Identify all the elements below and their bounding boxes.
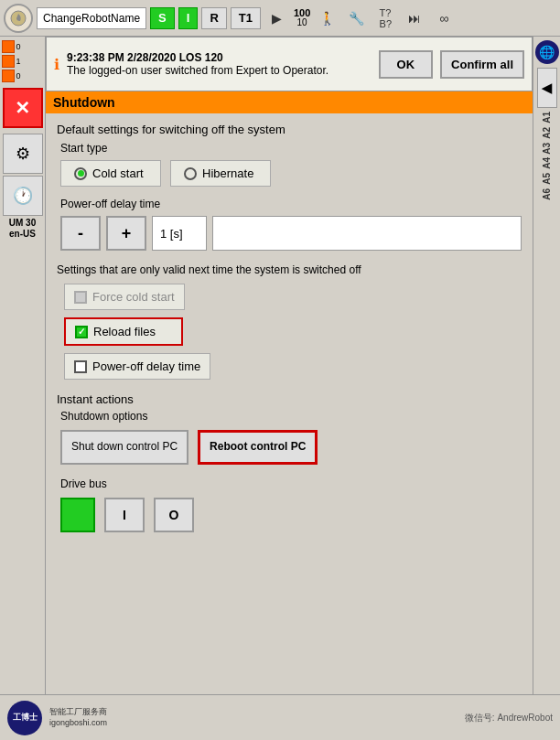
drive-bus-label: Drive bus [60,477,522,490]
btn-i[interactable]: I [178,7,199,29]
shutdown-panel: Shutdown Default settings for switching … [46,91,533,542]
um-label: UM 30 en-US [9,218,36,240]
force-cold-start-checkbox [74,291,87,304]
drive-bus-o-button[interactable]: O [154,498,194,532]
start-type-radio-row: Cold start Hibernate [60,160,522,187]
left-sidebar: 0 1 0 ✕ ⚙ 🕐 UM 30 en-US [0,37,46,740]
panel-body: Default settings for switching off the s… [46,113,533,542]
message-timestamp: 9:23:38 PM 2/28/2020 LOS 120 [67,51,372,64]
um-text: UM 30 [9,218,36,229]
speed-bottom: 10 [297,18,307,27]
btn-s[interactable]: S [150,7,175,29]
plus-button[interactable]: + [106,216,146,251]
reload-files-option[interactable]: Reload files [64,317,183,346]
indicator-row-3: 0 [2,70,44,82]
infinity-icon[interactable]: ∞ [431,5,457,31]
settings-label: Settings that are only valid next time t… [57,263,522,276]
power-off-delay-check-option[interactable]: Power-off delay time [64,353,210,380]
robot-logo [4,4,33,33]
robot-name-text: ChangeRobotName [43,12,140,25]
ok-button[interactable]: OK [379,50,434,79]
a4-label: A4 [542,157,552,169]
logo-text: 工博士 [13,713,38,723]
main-content: ℹ 9:23:38 PM 2/28/2020 LOS 120 The logge… [46,37,533,740]
a6-label: A6 [542,188,552,200]
company-text: 智能工厂服务商 [49,707,107,718]
skip-icon[interactable]: ⏭ [402,5,427,31]
delay-progress-bar [212,216,522,251]
robot-name-display: ChangeRobotName [37,7,146,29]
shutdown-title-bar: Shutdown [46,91,533,113]
delay-value-display: 1 [s] [152,216,207,251]
walk-icon[interactable]: 🚶 [314,5,339,31]
tool-icon[interactable]: 🔧 [343,5,369,31]
reload-files-row: Reload files [64,317,522,346]
indicator-orange-3 [2,70,15,82]
force-cold-start-option[interactable]: Force cold start [64,284,185,310]
hibernate-radio [184,167,197,180]
drive-bus-status-green [60,498,95,532]
force-cold-start-row: Force cold start [64,284,522,310]
speed-display: 100 10 [294,8,310,27]
cold-start-option[interactable]: Cold start [60,160,161,187]
hibernate-label: Hibernate [202,166,253,180]
default-settings-label: Default settings for switching off the s… [57,123,522,136]
reload-files-checkbox [75,326,88,338]
power-off-controls: - + 1 [s] [60,216,522,251]
force-cold-start-label: Force cold start [92,290,175,304]
drive-bus-section: Drive bus I O [60,477,522,532]
gear-icon[interactable]: ⚙ [3,134,43,174]
watermark-text: 微信号: AndrewRobot [465,712,553,724]
confirm-all-button[interactable]: Confirm all [440,50,524,79]
question-icon[interactable]: T?B? [372,5,398,31]
globe-icon[interactable]: 🌐 [535,40,559,64]
indicator-row-2: 1 [2,55,44,68]
side-num-1: 0 [16,42,21,51]
instant-title: Instant actions [57,392,522,406]
power-off-delay-check-row: Power-off delay time [64,353,522,380]
instant-section: Instant actions Shutdown options Shut do… [57,392,522,465]
indicator-orange-1 [2,40,15,53]
a1-label: A1 [542,112,552,123]
a2-label: A2 [542,127,552,139]
info-icon: ℹ [54,56,59,73]
btn-t1[interactable]: T1 [231,7,261,29]
clock-icon[interactable]: 🕐 [3,176,43,216]
power-off-delay-checkbox [74,360,87,373]
company-info: 智能工厂服务商 igongboshi.com [49,707,107,728]
reload-files-label: Reload files [93,325,156,338]
minus-button[interactable]: - [60,216,101,251]
side-num-2: 1 [16,57,21,66]
power-off-delay-check-label: Power-off delay time [92,359,200,373]
shutdown-pc-button[interactable]: Shut down control PC [60,430,188,465]
a3-label: A3 [542,143,552,155]
power-off-section: Power-off delay time - + 1 [s] [60,198,522,251]
reboot-pc-button[interactable]: Reboot control PC [198,430,318,465]
message-body: The logged-on user switched from Expert … [67,64,372,77]
drive-bus-controls: I O [60,498,522,532]
close-x-button[interactable]: ✕ [3,88,43,128]
bottom-bar: 工博士 智能工厂服务商 igongboshi.com 微信号: AndrewRo… [0,694,560,740]
cold-start-label: Cold start [92,166,144,180]
shutdown-options-label: Shutdown options [60,410,522,423]
start-type-label: Start type [60,142,522,155]
instant-buttons-row: Shut down control PC Reboot control PC [60,430,522,465]
power-off-label: Power-off delay time [60,198,522,210]
indicator-orange-2 [2,55,15,68]
side-num-3: 0 [16,71,21,80]
play-icon[interactable]: ▶ [264,5,290,31]
message-text-area: 9:23:38 PM 2/28/2020 LOS 120 The logged-… [67,51,372,77]
drive-bus-i-button[interactable]: I [104,498,145,532]
scroll-up-btn[interactable]: ◀ [537,68,557,108]
top-toolbar: ChangeRobotName S I R T1 ▶ 100 10 🚶 🔧 T?… [0,0,560,37]
hibernate-option[interactable]: Hibernate [170,160,271,187]
indicator-row-1: 0 [2,40,44,53]
company-logo: 工博士 [7,701,42,735]
a5-label: A5 [542,173,552,185]
message-bar: ℹ 9:23:38 PM 2/28/2020 LOS 120 The logge… [46,37,533,91]
right-sidebar: 🌐 ◀ A1 A2 A3 A4 A5 A6 ▶ [533,37,560,740]
lang-text: en-US [9,229,36,240]
btn-r[interactable]: R [201,7,226,29]
settings-section: Settings that are only valid next time t… [57,263,522,380]
cold-start-radio [74,167,87,180]
